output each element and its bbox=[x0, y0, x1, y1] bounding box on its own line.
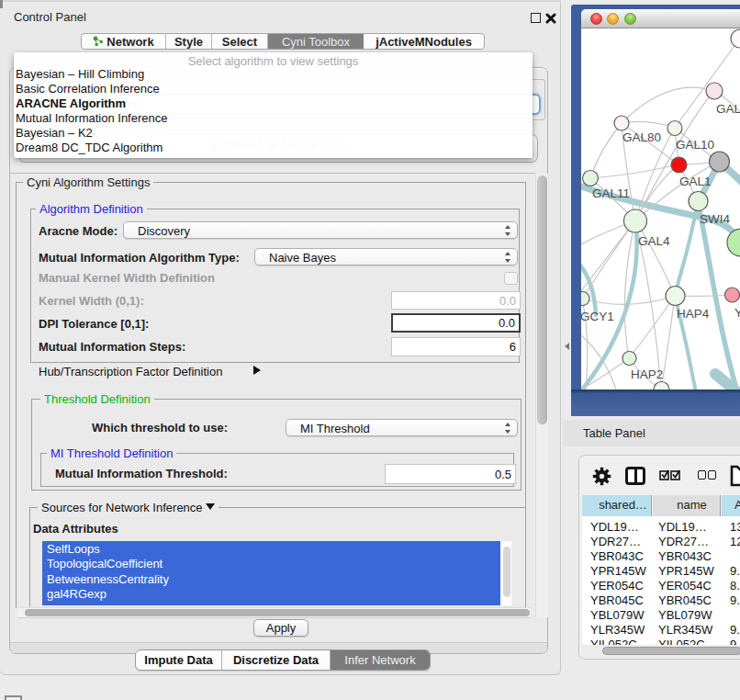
svg-text:GAL80: GAL80 bbox=[622, 130, 661, 144]
svg-text:GAL2: GAL2 bbox=[716, 102, 740, 116]
svg-text:GAL4: GAL4 bbox=[638, 234, 670, 248]
svg-text:GCY1: GCY1 bbox=[581, 310, 614, 323]
svg-text:GAL1: GAL1 bbox=[679, 175, 712, 188]
svg-text:HAP4: HAP4 bbox=[677, 307, 710, 321]
svg-text:GAL10: GAL10 bbox=[676, 138, 714, 152]
svg-text:SWI4: SWI4 bbox=[700, 212, 730, 226]
svg-text:GAL11: GAL11 bbox=[592, 186, 630, 200]
svg-text:HAP2: HAP2 bbox=[631, 367, 663, 381]
svg-text:Y: Y bbox=[734, 306, 740, 320]
